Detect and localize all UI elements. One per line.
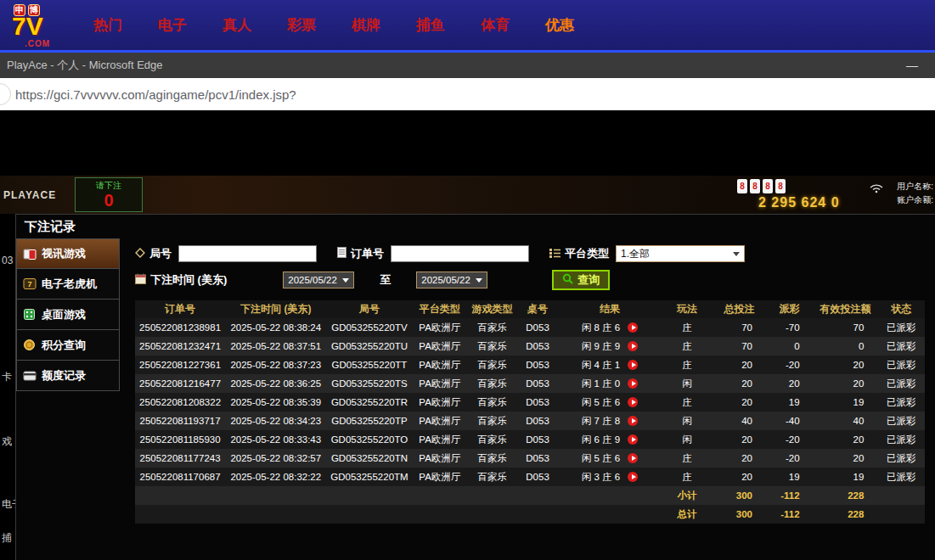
sidebar-item[interactable]: 额度记录	[16, 361, 120, 391]
bet-record-panel: 下注记录 视讯游戏7电子老虎机桌面游戏积分查询额度记录 局号 订单号 平台类型	[15, 214, 935, 560]
total-bet-cell: 40	[713, 412, 766, 430]
sidebar-item[interactable]: 积分查询	[16, 330, 120, 361]
total-bet-cell: 70	[713, 337, 766, 356]
sidebar-item[interactable]: 视讯游戏	[16, 238, 120, 269]
sidebar-item-label: 电子老虎机	[42, 277, 97, 292]
replay-button[interactable]	[628, 397, 638, 407]
replay-button[interactable]	[628, 434, 638, 445]
nav-item[interactable]: 体育	[481, 15, 510, 35]
valid-bet-cell: 20	[814, 356, 878, 374]
status-cell: 已派彩	[877, 356, 925, 374]
wifi-icon	[870, 182, 883, 197]
replay-button[interactable]	[628, 453, 638, 463]
round-no-cell: GD053255220TS	[326, 374, 412, 393]
playing-card: 8	[737, 179, 747, 193]
nav-item[interactable]: 彩票	[287, 15, 316, 35]
account-label: 账户余额:	[897, 193, 933, 207]
summary-valid-bet: 228	[814, 486, 878, 505]
order-no-cell: 250522081185930	[135, 430, 225, 449]
replay-button[interactable]	[628, 378, 638, 389]
play-type-cell: 庄	[662, 393, 713, 412]
replay-button[interactable]	[628, 472, 638, 482]
table-row: 2505220811706872025-05-22 08:32:22GD0532…	[135, 468, 925, 486]
replay-button[interactable]	[628, 341, 638, 351]
result-text: 闲 4 庄 1	[582, 360, 620, 370]
nav-item[interactable]: 热门	[93, 15, 122, 35]
address-bar[interactable]: https://gci.7vvvvvv.com/agingame/pcv1/in…	[0, 78, 935, 110]
video-cards-icon	[22, 248, 37, 260]
slot-machine-icon: 7	[22, 277, 37, 290]
game-type-cell: 百家乐	[467, 374, 517, 393]
payout-cell: -70	[766, 318, 814, 337]
platform-cell: PA欧洲厅	[413, 449, 468, 468]
search-button[interactable]: 查询	[552, 270, 610, 290]
window-title-bar: PlayAce - 个人 - Microsoft Edge —	[0, 53, 935, 78]
top-nav-items: 热门电子真人彩票棋牌捕鱼体育优惠	[93, 15, 574, 35]
promo-nav-bar: 申博 7V .COM 热门电子真人彩票棋牌捕鱼体育优惠	[0, 0, 935, 53]
sidebar: 视讯游戏7电子老虎机桌面游戏积分查询额度记录	[16, 238, 120, 560]
result-cell: 闲 6 庄 9	[558, 430, 661, 449]
quota-record-icon	[22, 370, 37, 382]
nav-item[interactable]: 优惠	[545, 15, 574, 35]
order-no-cell: 250522081227361	[135, 356, 225, 374]
platform-type-icon	[549, 248, 560, 260]
minimize-button[interactable]: —	[906, 59, 918, 72]
sidebar-item[interactable]: 7电子老虎机	[16, 269, 120, 300]
result-text: 闲 3 庄 6	[582, 472, 620, 482]
table-no-cell: D053	[517, 412, 559, 430]
sidebar-item-label: 额度记录	[42, 368, 86, 384]
table-row: 2505220812083222025-05-22 08:35:39GD0532…	[135, 393, 925, 412]
order-label: 订单号	[337, 246, 384, 261]
total-row: 总计300-112228	[135, 505, 925, 524]
order-no-cell: 250522081170687	[135, 468, 225, 486]
payout-cell: -40	[766, 412, 814, 430]
order-no-cell: 250522081216477	[135, 374, 225, 393]
order-number-input[interactable]	[391, 245, 529, 262]
round-no-cell: GD053255220TN	[326, 449, 412, 468]
table-no-cell: D053	[517, 337, 559, 356]
sidebar-item-label: 视讯游戏	[42, 246, 86, 261]
table-no-cell: D053	[517, 468, 559, 486]
column-header: 订单号	[135, 300, 225, 318]
logo-badge: 博	[28, 4, 40, 16]
nav-item[interactable]: 捕鱼	[416, 15, 445, 35]
table-row: 2505220812273612025-05-22 08:37:23GD0532…	[135, 356, 925, 374]
game-type-cell: 百家乐	[467, 468, 517, 486]
site-logo[interactable]: 申博 7V .COM	[0, 2, 82, 48]
table-no-cell: D053	[517, 449, 559, 468]
column-header: 局号	[326, 300, 412, 318]
summary-total-bet: 300	[713, 505, 766, 524]
payout-cell: 0	[766, 337, 814, 356]
replay-button[interactable]	[628, 360, 638, 370]
round-number-input[interactable]	[178, 245, 317, 262]
round-label: 局号	[135, 246, 172, 261]
column-header: 桌号	[517, 300, 559, 318]
background-fragment: 捕	[2, 531, 15, 546]
table-no-cell: D053	[517, 393, 559, 412]
replay-button[interactable]	[628, 322, 638, 333]
platform-type-select[interactable]: 1.全部	[616, 245, 745, 262]
status-cell: 已派彩	[877, 412, 925, 430]
bet-time-label: 下注时间 (美东)	[135, 272, 227, 288]
playing-card: 8	[763, 179, 773, 193]
table-no-cell: D053	[517, 318, 559, 337]
nav-item[interactable]: 棋牌	[352, 15, 380, 35]
date-to-select[interactable]: 2025/05/22	[416, 272, 487, 288]
payout-cell: 20	[766, 374, 814, 393]
nav-item[interactable]: 真人	[222, 15, 251, 35]
column-header: 状态	[877, 300, 925, 318]
date-to-value: 2025/05/22	[421, 275, 470, 285]
table-no-cell: D053	[517, 430, 559, 449]
valid-bet-cell: 19	[814, 393, 878, 412]
nav-item[interactable]: 电子	[158, 15, 187, 35]
status-cell: 已派彩	[877, 468, 925, 486]
sidebar-item[interactable]: 桌面游戏	[16, 300, 120, 330]
table-row: 2505220812164772025-05-22 08:36:25GD0532…	[135, 374, 925, 393]
table-row: 2505220812324712025-05-22 08:37:51GD0532…	[135, 337, 925, 356]
replay-button[interactable]	[628, 416, 638, 426]
date-from-select[interactable]: 2025/05/22	[283, 272, 354, 288]
bet-time-cell: 2025-05-22 08:33:43	[225, 430, 326, 449]
round-label-text: 局号	[149, 246, 172, 261]
result-cell: 闲 3 庄 6	[558, 468, 661, 486]
bet-time-cell: 2025-05-22 08:38:24	[225, 318, 326, 337]
